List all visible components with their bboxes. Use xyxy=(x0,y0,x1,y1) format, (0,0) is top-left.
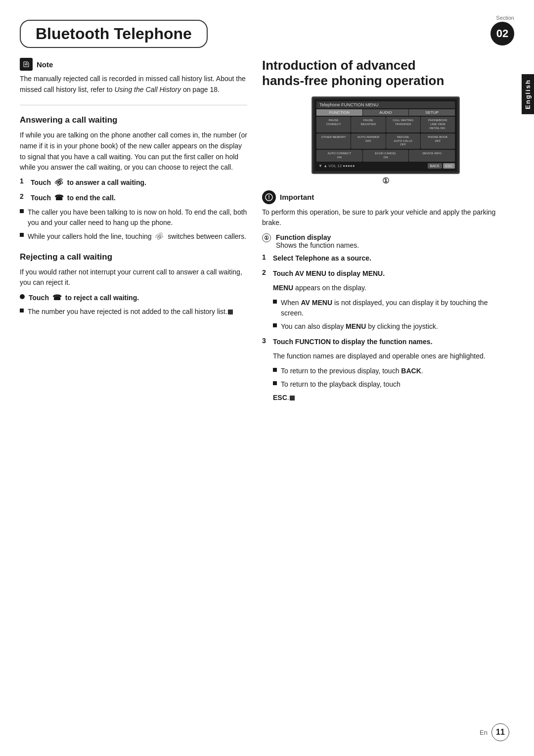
esc-bold: ESC xyxy=(273,394,287,401)
screen-nav-buttons: BACK ESC xyxy=(428,163,455,169)
right-step-2-bullet-2-text: You can also display MENU by clicking th… xyxy=(281,321,438,332)
step-1-num: 1 xyxy=(20,177,27,185)
right-step-3-bullet-2-text: To return to the playback display, touch xyxy=(281,379,400,390)
right-step-2: 2 Touch AV MENU to display MENU. xyxy=(262,268,509,279)
right-step-2-bullet-2: You can also display MENU by clicking th… xyxy=(273,321,509,332)
menu-bold: MENU xyxy=(273,284,293,292)
note-icon xyxy=(20,58,33,71)
right-heading-line2: hands-free phoning operation xyxy=(262,73,444,88)
page-footer: En 11 xyxy=(480,723,509,741)
right-step-3-bullet-1: To return to the previous display, touch… xyxy=(273,366,509,376)
phone-answer-icon: ☏ xyxy=(52,176,66,190)
function-display-item: ① Function display Shows the function na… xyxy=(262,233,509,249)
note-header: Note xyxy=(20,58,247,71)
important-icon: ! xyxy=(262,190,276,204)
bullet-square-6 xyxy=(273,368,277,372)
screen-btn-phone-book-off: PHONE BOOKOFF xyxy=(421,133,455,149)
page-container: Bluetooth Telephone Section 02 English xyxy=(0,0,534,756)
phone-icon-inline: ☏ xyxy=(153,229,167,244)
step-1-text: Touch ☏ to answer a call waiting. xyxy=(31,177,146,188)
screen-callout: ① xyxy=(312,176,460,185)
screen-back-btn: BACK xyxy=(428,163,442,169)
function-display-text: Shows the function names. xyxy=(276,241,359,249)
answering-bullet-2-text: While your callers hold the line, touchi… xyxy=(28,231,246,242)
screen-title-bar: Telephone FUNCTION MENU xyxy=(316,101,455,108)
svg-line-2 xyxy=(26,62,27,63)
menu-bold-2: MENU xyxy=(346,322,366,330)
end-square-icon xyxy=(228,310,233,314)
important-label: Important xyxy=(280,193,314,201)
function-display-content: Function display Shows the function name… xyxy=(276,233,359,249)
function-display-circled-num: ① xyxy=(262,233,271,242)
screen-buttons-row3: AUTO CONNECTON ECHO CANCELON DEVICE INFO xyxy=(316,150,455,162)
header-area: Bluetooth Telephone Section 02 xyxy=(0,0,534,48)
step-2-num: 2 xyxy=(20,192,27,200)
right-step-2-heading: Touch AV MENU to display MENU. xyxy=(273,268,385,279)
screen-btn-pause-connect: PAUSECONNECT xyxy=(316,117,351,132)
footer-lang: En xyxy=(480,729,488,736)
right-step-3-body: The function names are displayed and ope… xyxy=(273,351,509,362)
esc-line: ESC. xyxy=(273,393,509,403)
right-step-1-text: Select Telephone as a source. xyxy=(273,253,371,264)
screen-esc-btn: ESC xyxy=(443,163,455,169)
rejecting-section: Rejecting a call waiting If you would ra… xyxy=(20,252,247,317)
divider-1 xyxy=(20,105,247,105)
rejecting-bullet-heading-text: Touch ☎ to reject a call waiting. xyxy=(29,292,139,304)
right-step-3-num: 3 xyxy=(262,337,269,345)
main-content: Note The manually rejected call is recor… xyxy=(0,48,534,407)
right-step-1: 1 Select Telephone as a source. xyxy=(262,253,509,264)
right-step-2-bullet-1-text: When AV MENU is not displayed, you can d… xyxy=(281,298,509,318)
bullet-square-3 xyxy=(20,309,24,312)
screen-image: Telephone FUNCTION MENU FUNCTION AUDIO S… xyxy=(312,96,460,174)
bullet-square-5 xyxy=(273,323,277,327)
footer-page-number: 11 xyxy=(491,723,509,741)
screen-btn-auto-connect: AUTO CONNECTON xyxy=(316,150,362,162)
screen-buttons-row2: OTHER MEMORY AUTO ANSWEROFF REFUSEAUTO C… xyxy=(316,133,455,149)
answering-section: Answering a call waiting If while you ar… xyxy=(20,115,247,242)
phone-end-icon: ☎ xyxy=(54,192,64,204)
right-step-2-num: 2 xyxy=(262,268,269,276)
right-heading: Introduction of advanced hands-free phon… xyxy=(262,58,509,89)
right-column: Introduction of advanced hands-free phon… xyxy=(262,58,509,407)
rejecting-heading: Rejecting a call waiting xyxy=(20,252,247,262)
bullet-square-7 xyxy=(273,381,277,385)
screen-btn-call-waiting: CALL WAITINGTRANSFER xyxy=(386,117,420,132)
screen-btn-device-info: DEVICE INFO xyxy=(409,150,455,162)
important-text: To perform this operation, be sure to pa… xyxy=(262,207,509,228)
screen-btn-refuse: REFUSEAUTO CALLSOFF xyxy=(386,133,420,149)
section-label: Section xyxy=(490,15,514,21)
screen-tabs: FUNCTION AUDIO SETUP xyxy=(316,109,455,116)
screen-btn-phonebook: PHONEBOOKLINE VIEWDETAIL NO. xyxy=(421,117,455,132)
phone-end-icon-2: ☎ xyxy=(52,292,62,304)
right-steps: 1 Select Telephone as a source. 2 Touch … xyxy=(262,253,509,403)
note-label: Note xyxy=(37,60,53,69)
right-step-2-body1: MENU appears on the display. xyxy=(273,283,509,294)
rejecting-bullet-1-text: The number you have rejected is not adde… xyxy=(28,307,233,317)
vertical-language-label: English xyxy=(522,74,534,114)
rejecting-bullet-1: The number you have rejected is not adde… xyxy=(20,307,247,317)
screen-inner: Telephone FUNCTION MENU FUNCTION AUDIO S… xyxy=(314,99,457,171)
svg-text:!: ! xyxy=(268,194,270,200)
left-column: Note The manually rejected call is recor… xyxy=(20,58,247,407)
screen-btn-other-memory: OTHER MEMORY xyxy=(316,133,351,149)
bullet-square-2 xyxy=(20,233,24,237)
right-step-3-bullet-2: To return to the playback display, touch xyxy=(273,379,509,390)
screen-tab-function: FUNCTION xyxy=(316,109,362,116)
right-step-1-num: 1 xyxy=(262,253,269,261)
screen-title: Telephone FUNCTION MENU xyxy=(319,102,379,107)
screen-btn-echo-cancel: ECHO CANCELON xyxy=(363,150,409,162)
screen-bottom-row: ▼ ▲ VOL 12 ●●●●● BACK ESC xyxy=(316,163,455,169)
section-badge: Section 02 xyxy=(490,15,514,45)
answering-heading: Answering a call waiting xyxy=(20,115,247,125)
step-2: 2 Touch ☎ to end the call. xyxy=(20,192,247,204)
answering-body: If while you are talking on the phone an… xyxy=(20,130,247,173)
step-1: 1 Touch ☏ to answer a call waiting. xyxy=(20,177,247,188)
answering-bullet-1: The caller you have been talking to is n… xyxy=(20,207,247,228)
screen-buttons-row1: PAUSECONNECT PAUSEREGISTER CALL WAITINGT… xyxy=(316,117,455,132)
screen-tab-audio: AUDIO xyxy=(363,109,409,116)
page-title-box: Bluetooth Telephone xyxy=(20,20,208,48)
end-square-icon-2 xyxy=(290,396,295,400)
right-step-3-heading: Touch FUNCTION to display the function n… xyxy=(273,337,433,347)
screen-btn-pause-register: PAUSEREGISTER xyxy=(351,117,385,132)
bullet-circle-1 xyxy=(20,294,25,299)
